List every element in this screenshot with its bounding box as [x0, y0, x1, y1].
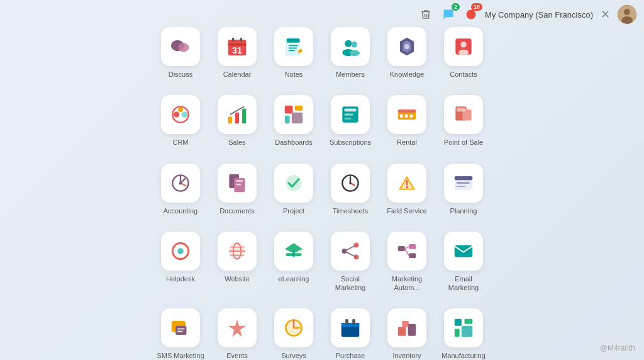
app-item-project[interactable]: Project — [267, 159, 321, 220]
svg-point-24 — [460, 42, 467, 48]
svg-rect-36 — [292, 113, 303, 123]
svg-point-19 — [352, 42, 358, 48]
svg-rect-40 — [345, 118, 352, 120]
svg-point-0 — [467, 10, 476, 20]
app-icon-accounting — [161, 164, 200, 203]
app-item-subscriptions[interactable]: Subscriptions — [323, 90, 377, 152]
app-label-surveys: Surveys — [281, 351, 306, 360]
svg-rect-103 — [402, 321, 409, 327]
svg-line-86 — [405, 249, 409, 256]
svg-point-22 — [404, 44, 409, 49]
app-label-documents: Documents — [219, 206, 255, 215]
svg-rect-43 — [400, 115, 403, 118]
svg-rect-65 — [455, 176, 473, 180]
svg-rect-44 — [405, 115, 408, 118]
svg-rect-33 — [285, 106, 293, 114]
app-item-accounting[interactable]: Accounting — [153, 159, 208, 220]
app-item-notes[interactable]: Notes — [267, 22, 321, 84]
app-label-knowledge: Knowledge — [390, 70, 424, 79]
app-item-field-service[interactable]: Field Service — [380, 159, 434, 220]
app-item-marketing-autom[interactable]: Marketing Autom... — [380, 227, 434, 298]
app-icon-point-of-sale — [444, 95, 483, 134]
app-item-purchase[interactable]: Purchase — [323, 303, 377, 360]
app-icon-documents — [218, 164, 257, 203]
app-item-elearning[interactable]: eLearning — [267, 227, 321, 298]
svg-rect-67 — [457, 186, 465, 187]
svg-rect-100 — [352, 319, 355, 325]
app-label-point-of-sale: Point of Sale — [444, 138, 483, 147]
svg-rect-84 — [409, 253, 416, 258]
app-label-rental: Rental — [397, 138, 417, 147]
app-icon-field-service — [387, 164, 426, 203]
svg-rect-54 — [236, 183, 241, 184]
app-label-calendar: Calendar — [223, 70, 252, 79]
app-icon-discuss — [161, 27, 200, 66]
svg-rect-104 — [455, 319, 462, 326]
app-item-documents[interactable]: Documents — [210, 159, 264, 220]
close-button[interactable]: ✕ — [598, 8, 613, 21]
app-item-calendar[interactable]: 31Calendar — [210, 22, 264, 84]
app-label-events: Events — [226, 351, 248, 360]
svg-rect-11 — [240, 38, 242, 42]
svg-point-28 — [182, 112, 188, 118]
app-label-email-marketing: Email Marketing — [439, 274, 488, 293]
app-item-planning[interactable]: Planning — [436, 159, 491, 220]
chat-icon[interactable]: 2 — [440, 6, 457, 23]
trash-icon[interactable] — [417, 6, 435, 23]
app-item-website[interactable]: Website — [210, 227, 264, 298]
app-label-discuss: Discuss — [169, 70, 193, 79]
app-item-members[interactable]: Members — [323, 22, 377, 84]
app-item-contacts[interactable]: Contacts — [436, 22, 491, 84]
app-item-surveys[interactable]: Surveys — [267, 303, 321, 360]
app-icon-rental — [387, 95, 426, 134]
app-item-discuss[interactable]: Discuss — [153, 22, 208, 84]
svg-rect-34 — [295, 106, 303, 111]
app-item-helpdesk[interactable]: Helpdesk — [153, 227, 208, 298]
app-label-project: Project — [283, 206, 304, 215]
app-item-timesheets[interactable]: Timesheets — [323, 159, 377, 220]
app-label-social-marketing: Social Marketing — [326, 274, 375, 293]
svg-rect-101 — [398, 327, 406, 336]
svg-rect-83 — [409, 244, 416, 249]
app-label-timesheets: Timesheets — [333, 206, 368, 215]
svg-point-18 — [345, 40, 352, 47]
user-avatar[interactable] — [618, 5, 636, 24]
svg-rect-102 — [408, 324, 416, 336]
app-label-sales: Sales — [228, 138, 246, 147]
app-icon-purchase — [331, 308, 370, 347]
app-item-manufacturing[interactable]: Manufacturing — [436, 303, 491, 360]
app-item-dashboards[interactable]: Dashboards — [267, 90, 321, 152]
app-icon-elearning — [274, 232, 313, 271]
app-label-sms-marketing: SMS Marketing — [157, 351, 204, 360]
app-item-events[interactable]: Events — [210, 303, 264, 360]
company-name[interactable]: My Company (San Francisco) — [485, 10, 593, 20]
svg-point-69 — [177, 248, 184, 254]
app-label-field-service: Field Service — [387, 206, 427, 215]
app-icon-website — [218, 232, 257, 271]
app-item-social-marketing[interactable]: Social Marketing — [323, 227, 377, 298]
svg-rect-30 — [228, 116, 232, 123]
app-item-crm[interactable]: CRM — [153, 90, 208, 152]
svg-rect-14 — [287, 38, 300, 42]
svg-rect-66 — [457, 182, 470, 183]
svg-point-50 — [179, 181, 182, 184]
svg-line-80 — [345, 245, 357, 251]
svg-point-29 — [178, 107, 183, 112]
app-item-sms-marketing[interactable]: SMS Marketing — [153, 303, 208, 360]
svg-text:31: 31 — [232, 45, 242, 55]
svg-rect-105 — [465, 319, 473, 324]
svg-point-5 — [178, 43, 189, 52]
app-item-knowledge[interactable]: Knowledge — [380, 22, 434, 84]
app-item-rental[interactable]: Rental — [380, 90, 434, 152]
svg-rect-98 — [341, 323, 360, 327]
app-item-point-of-sale[interactable]: Point of Sale — [436, 90, 491, 152]
app-item-inventory[interactable]: Inventory — [380, 303, 434, 360]
svg-rect-45 — [410, 115, 413, 118]
svg-rect-106 — [455, 329, 460, 337]
app-icon-knowledge — [387, 27, 426, 66]
app-item-sales[interactable]: Sales — [210, 90, 264, 152]
bug-icon[interactable]: 10 — [462, 6, 480, 23]
app-item-email-marketing[interactable]: Email Marketing — [436, 227, 491, 298]
app-label-website: Website — [225, 274, 250, 283]
app-icon-timesheets — [331, 164, 370, 203]
